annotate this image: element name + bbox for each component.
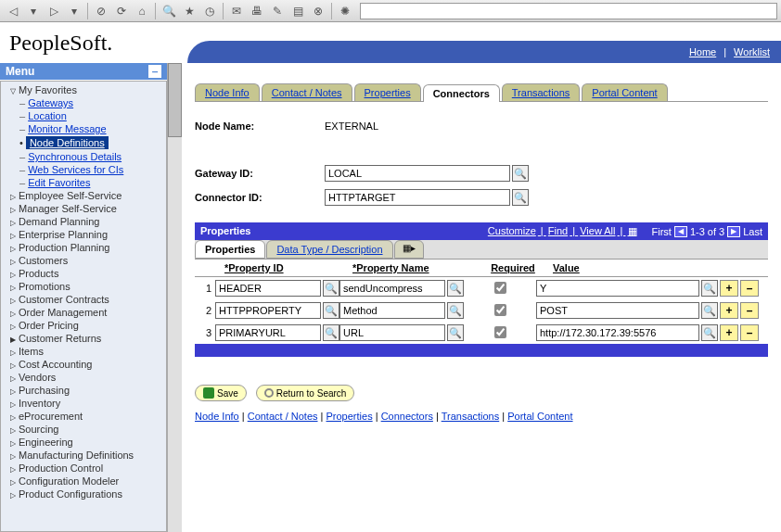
sidebar-item-sourcing[interactable]: Sourcing <box>3 423 164 436</box>
col-value[interactable]: Value <box>549 262 735 273</box>
sidebar-item-purchasing[interactable]: Purchasing <box>3 384 164 397</box>
sidebar-item-order-management[interactable]: Order Management <box>3 306 164 319</box>
grid-find-link[interactable]: Find <box>548 225 568 237</box>
history-icon[interactable]: ◷ <box>200 2 219 20</box>
required-checkbox[interactable] <box>494 326 506 338</box>
address-bar[interactable] <box>360 3 777 19</box>
grid-viewall-link[interactable]: View All <box>580 225 615 237</box>
sidebar-item-items[interactable]: Items <box>3 345 164 358</box>
sidebar-item-demand-planning[interactable]: Demand Planning <box>3 215 164 228</box>
connector-input[interactable] <box>325 189 510 206</box>
link-transactions[interactable]: Transactions <box>442 411 500 422</box>
lookup-icon[interactable]: 🔍 <box>323 302 339 319</box>
connector-lookup-icon[interactable]: 🔍 <box>512 189 529 206</box>
lookup-icon[interactable]: 🔍 <box>447 302 464 319</box>
sidebar-item-order-pricing[interactable]: Order Pricing <box>3 319 164 332</box>
add-row-button[interactable]: + <box>720 324 738 341</box>
gateway-input[interactable] <box>325 165 510 182</box>
tab-node-info[interactable]: Node Info <box>195 83 260 101</box>
print-icon[interactable]: 🖶 <box>248 2 266 20</box>
subtab-datatype[interactable]: Data Type / Description <box>266 240 392 259</box>
property-id-input[interactable] <box>215 324 321 341</box>
link-properties[interactable]: Properties <box>326 411 373 422</box>
grid-prev-icon[interactable]: ◀ <box>674 226 687 237</box>
return-button[interactable]: Return to Search <box>256 385 355 401</box>
lookup-icon[interactable]: 🔍 <box>701 324 718 341</box>
refresh-icon[interactable]: ⟳ <box>112 2 131 20</box>
tab-portal-content[interactable]: Portal Content <box>582 83 667 101</box>
property-id-input[interactable] <box>215 302 321 319</box>
search-icon[interactable]: 🔍 <box>160 2 178 20</box>
sidebar-item-gateways[interactable]: Gateways <box>28 97 73 108</box>
tab-transactions[interactable]: Transactions <box>502 83 581 101</box>
worklist-link[interactable]: Worklist <box>734 46 770 57</box>
property-id-input[interactable] <box>215 280 321 297</box>
sidebar-item-synchronous-details[interactable]: Synchronous Details <box>28 151 122 162</box>
link-portal-content[interactable]: Portal Content <box>507 411 572 422</box>
sidebar-item-web-services-for-cis[interactable]: Web Services for CIs <box>28 164 123 175</box>
property-name-input[interactable] <box>339 302 445 319</box>
property-name-input[interactable] <box>339 280 445 297</box>
sidebar-item-vendors[interactable]: Vendors <box>3 371 164 384</box>
edit-icon[interactable]: ✎ <box>268 2 287 20</box>
messenger-icon[interactable]: ✺ <box>336 2 354 20</box>
forward-icon[interactable]: ▷ <box>45 2 63 20</box>
lookup-icon[interactable]: 🔍 <box>447 280 464 297</box>
required-checkbox[interactable] <box>494 304 506 316</box>
sidebar-item-production-planning[interactable]: Production Planning <box>3 241 164 254</box>
sidebar-item-manager-self-service[interactable]: Manager Self-Service <box>3 202 164 215</box>
lookup-icon[interactable]: 🔍 <box>323 324 339 341</box>
grid-next-icon[interactable]: ▶ <box>727 226 740 237</box>
stop-icon[interactable]: ⊘ <box>92 2 110 20</box>
property-name-input[interactable] <box>339 324 445 341</box>
add-row-button[interactable]: + <box>720 302 738 319</box>
sidebar-item-location[interactable]: Location <box>28 110 67 121</box>
col-property-name[interactable]: *Property Name <box>349 262 477 273</box>
home-link[interactable]: Home <box>689 46 716 57</box>
col-property-id[interactable]: *Property ID <box>221 262 349 273</box>
add-row-button[interactable]: + <box>720 280 738 297</box>
required-checkbox[interactable] <box>494 282 506 294</box>
sidebar-item-production-control[interactable]: Production Control <box>3 462 164 475</box>
value-input[interactable] <box>536 280 699 297</box>
close-icon[interactable]: ⊗ <box>309 2 327 20</box>
grid-last-link[interactable]: Last <box>743 226 762 237</box>
lookup-icon[interactable]: 🔍 <box>323 280 339 297</box>
sidebar-item-customers[interactable]: Customers <box>3 254 164 267</box>
sidebar-item-products[interactable]: Products <box>3 267 164 280</box>
link-contact-notes[interactable]: Contact / Notes <box>248 411 318 422</box>
subtab-showall-icon[interactable]: ▦▸ <box>394 240 424 259</box>
link-node-info[interactable]: Node Info <box>195 411 239 422</box>
favorites-icon[interactable]: ★ <box>180 2 198 20</box>
sidebar-item-employee-self-service[interactable]: Employee Self-Service <box>3 189 164 202</box>
sidebar-item-inventory[interactable]: Inventory <box>3 397 164 410</box>
tab-contact-notes[interactable]: Contact / Notes <box>262 83 352 101</box>
sidebar-item-engineering[interactable]: Engineering <box>3 436 164 449</box>
sidebar-item-configuration-modeler[interactable]: Configuration Modeler <box>3 475 164 488</box>
delete-row-button[interactable]: – <box>740 324 759 341</box>
back-icon[interactable]: ◁ <box>4 2 22 20</box>
link-connectors[interactable]: Connectors <box>381 411 433 422</box>
sidebar-item-eprocurement[interactable]: eProcurement <box>3 410 164 423</box>
sidebar-item-promotions[interactable]: Promotions <box>3 280 164 293</box>
col-required[interactable]: Required <box>477 262 549 273</box>
home-icon[interactable]: ⌂ <box>133 2 151 20</box>
mail-icon[interactable]: ✉ <box>227 2 246 20</box>
tab-properties[interactable]: Properties <box>354 83 421 101</box>
value-input[interactable] <box>536 302 699 319</box>
doc-icon[interactable]: ▤ <box>288 2 307 20</box>
lookup-icon[interactable]: 🔍 <box>701 280 718 297</box>
sidebar-item-monitor-message[interactable]: Monitor Message <box>28 123 106 134</box>
menu-customer-returns[interactable]: ▶ Customer Returns <box>3 332 164 345</box>
back-menu-icon[interactable]: ▾ <box>24 2 43 20</box>
delete-row-button[interactable]: – <box>740 302 759 319</box>
sidebar-item-cost-accounting[interactable]: Cost Accounting <box>3 358 164 371</box>
tab-connectors[interactable]: Connectors <box>423 84 500 102</box>
subtab-properties[interactable]: Properties <box>195 240 265 259</box>
forward-menu-icon[interactable]: ▾ <box>65 2 83 20</box>
sidebar-item-enterprise-planning[interactable]: Enterprise Planning <box>3 228 164 241</box>
lookup-icon[interactable]: 🔍 <box>701 302 718 319</box>
sidebar-item-node-definitions[interactable]: Node Definitions <box>26 136 109 149</box>
sidebar-item-customer-contracts[interactable]: Customer Contracts <box>3 293 164 306</box>
save-button[interactable]: Save <box>195 385 247 401</box>
